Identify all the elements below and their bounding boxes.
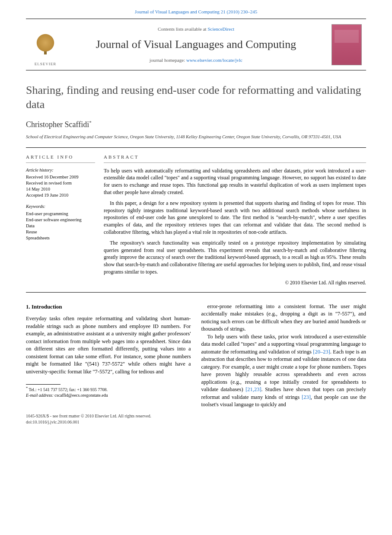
journal-homepage-link[interactable]: www.elsevier.com/locate/jvlc — [186, 57, 242, 63]
contents-prefix: Contents lists available at — [158, 26, 207, 32]
cover-thumbnail-area — [327, 19, 366, 70]
page-footer: 1045-926X/$ - see front matter © 2010 El… — [0, 409, 392, 434]
footnote-tel-text: Tel.: +1 541 737 5572; fax: +1 360 935 7… — [29, 387, 108, 392]
keyword: Spreadsheets — [26, 235, 95, 241]
reference-link[interactable]: [20–23] — [313, 349, 330, 355]
keyword: Reuse — [26, 229, 95, 235]
keyword: End-user software engineering — [26, 217, 95, 223]
abstract-para: To help users with automatically reforma… — [104, 167, 366, 196]
footnote-email-label: E-mail address: — [26, 393, 54, 398]
article-history: Article history: Received 16 December 20… — [26, 167, 95, 199]
footer-copyright: 1045-926X/$ - see front matter © 2010 El… — [26, 413, 366, 419]
elsevier-tree-icon — [32, 34, 58, 60]
history-line: Received 16 December 2009 — [26, 174, 95, 180]
abstract-copyright: © 2010 Elsevier Ltd. All rights reserved… — [104, 279, 366, 286]
footnote-star: * — [26, 386, 28, 390]
keywords-label: Keywords: — [26, 204, 95, 210]
body-columns: 1. Introduction Everyday tasks often req… — [26, 303, 366, 409]
article-info-heading: ARTICLE INFO — [26, 154, 95, 162]
keyword: End-user programming — [26, 211, 95, 217]
abstract-para: The repository's search functionality wa… — [104, 239, 366, 276]
body-para: Everyday tasks often require reformattin… — [26, 315, 191, 376]
reference-link[interactable]: [21,23] — [245, 386, 261, 392]
publisher-name: ELSEVIER — [35, 61, 57, 67]
history-line: 14 May 2010 — [26, 186, 95, 192]
section-heading: 1. Introduction — [26, 303, 191, 311]
journal-masthead: ELSEVIER Contents lists available at Sci… — [26, 19, 366, 70]
author-name: Christopher Scaffidi — [26, 120, 89, 129]
article: Sharing, finding and reusing end-user co… — [0, 83, 392, 408]
body-para: To help users with these tasks, prior wo… — [201, 333, 367, 409]
abstract-para: In this paper, a design for a new reposi… — [104, 200, 366, 236]
homepage-prefix: journal homepage: — [150, 57, 186, 63]
abstract-heading: ABSTRACT — [104, 154, 366, 162]
body-para: error-prone reformatting into a consiste… — [201, 303, 367, 333]
journal-name: Journal of Visual Languages and Computin… — [96, 37, 296, 52]
author-line: Christopher Scaffidi* — [26, 119, 366, 130]
reference-link[interactable]: [23] — [302, 394, 311, 400]
publisher-logo-area: ELSEVIER — [26, 19, 65, 70]
info-abstract-block: ARTICLE INFO Article history: Received 1… — [26, 147, 366, 293]
contents-available-line: Contents lists available at ScienceDirec… — [158, 26, 234, 32]
footnote-block: * Tel.: +1 541 737 5572; fax: +1 360 935… — [26, 384, 191, 398]
keywords-block: Keywords: End-user programming End-user … — [26, 204, 95, 241]
homepage-line: journal homepage: www.elsevier.com/locat… — [150, 57, 242, 64]
history-line: Accepted 19 June 2010 — [26, 192, 95, 198]
footer-doi: doi:10.1016/j.jvlc.2010.06.001 — [26, 419, 366, 425]
footnote-email: E-mail address: cscaffid@eecs.oregonstat… — [26, 392, 191, 398]
abstract-column: ABSTRACT To help users with automaticall… — [104, 154, 366, 286]
history-line: Received in revised form — [26, 180, 95, 186]
article-title: Sharing, finding and reusing end-user co… — [26, 83, 366, 111]
affiliation: School of Electrical Engineering and Com… — [26, 134, 366, 140]
footnote-rule — [26, 384, 61, 385]
masthead-center: Contents lists available at ScienceDirec… — [65, 19, 327, 70]
footnote-tel: * Tel.: +1 541 737 5572; fax: +1 360 935… — [26, 386, 191, 392]
corresponding-marker: * — [89, 120, 92, 125]
history-label: Article history: — [26, 167, 95, 173]
elsevier-logo-icon: ELSEVIER — [30, 28, 61, 67]
running-header: Journal of Visual Languages and Computin… — [0, 0, 392, 19]
footnote-email-value: cscaffid@eecs.oregonstate.edu — [54, 393, 108, 398]
keyword: Data — [26, 223, 95, 229]
journal-cover-icon — [331, 24, 362, 65]
header-citation-link[interactable]: Journal of Visual Languages and Computin… — [135, 9, 257, 14]
abstract-text: To help users with automatically reforma… — [104, 167, 366, 276]
article-info-column: ARTICLE INFO Article history: Received 1… — [26, 154, 104, 286]
sciencedirect-link[interactable]: ScienceDirect — [207, 26, 234, 32]
